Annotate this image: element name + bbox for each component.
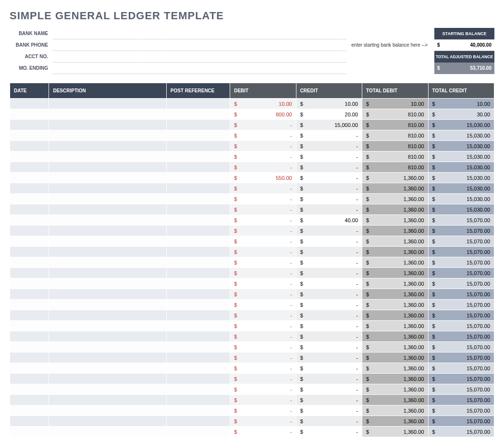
cell-date[interactable] [10, 204, 49, 215]
cell-description[interactable] [49, 321, 166, 331]
cell-debit[interactable]: $- [230, 278, 296, 289]
cell-debit[interactable]: $- [230, 427, 296, 437]
cell-description[interactable] [49, 204, 166, 215]
cell-date[interactable] [10, 226, 49, 236]
cell-credit[interactable]: $- [296, 268, 362, 278]
cell-description[interactable] [49, 289, 166, 300]
cell-post-reference[interactable] [166, 204, 230, 215]
cell-post-reference[interactable] [166, 405, 230, 416]
cell-post-reference[interactable] [166, 363, 230, 374]
cell-credit[interactable]: $- [296, 416, 362, 427]
cell-post-reference[interactable] [166, 130, 230, 141]
cell-post-reference[interactable] [166, 289, 230, 300]
cell-description[interactable] [49, 236, 166, 247]
cell-post-reference[interactable] [166, 353, 230, 363]
cell-post-reference[interactable] [166, 151, 230, 162]
cell-debit[interactable]: $- [230, 141, 296, 151]
cell-credit[interactable]: $- [296, 289, 362, 300]
cell-description[interactable] [49, 268, 166, 278]
cell-date[interactable] [10, 268, 49, 278]
cell-post-reference[interactable] [166, 257, 230, 268]
cell-description[interactable] [49, 151, 166, 162]
cell-date[interactable] [10, 374, 49, 384]
cell-date[interactable] [10, 384, 49, 395]
cell-post-reference[interactable] [166, 162, 230, 173]
cell-debit[interactable]: $- [230, 204, 296, 215]
cell-post-reference[interactable] [166, 310, 230, 321]
cell-debit[interactable]: $800.00 [230, 109, 296, 120]
cell-credit[interactable]: $10.00 [296, 99, 362, 109]
cell-description[interactable] [49, 427, 166, 437]
cell-debit[interactable]: $- [230, 321, 296, 331]
cell-description[interactable] [49, 247, 166, 257]
cell-description[interactable] [49, 278, 166, 289]
cell-date[interactable] [10, 321, 49, 331]
cell-debit[interactable]: $- [230, 130, 296, 141]
cell-debit[interactable]: $- [230, 342, 296, 353]
cell-description[interactable] [49, 109, 166, 120]
cell-description[interactable] [49, 300, 166, 310]
cell-post-reference[interactable] [166, 226, 230, 236]
cell-credit[interactable]: $- [296, 173, 362, 183]
cell-date[interactable] [10, 300, 49, 310]
cell-date[interactable] [10, 247, 49, 257]
cell-date[interactable] [10, 278, 49, 289]
cell-post-reference[interactable] [166, 247, 230, 257]
cell-debit[interactable]: $- [230, 331, 296, 342]
cell-debit[interactable]: $- [230, 374, 296, 384]
cell-credit[interactable]: $- [296, 151, 362, 162]
cell-date[interactable] [10, 289, 49, 300]
cell-debit[interactable]: $- [230, 300, 296, 310]
cell-description[interactable] [49, 162, 166, 173]
cell-credit[interactable]: $- [296, 405, 362, 416]
cell-description[interactable] [49, 215, 166, 226]
cell-debit[interactable]: $550.00 [230, 173, 296, 183]
cell-credit[interactable]: $- [296, 321, 362, 331]
cell-date[interactable] [10, 151, 49, 162]
cell-post-reference[interactable] [166, 427, 230, 437]
cell-post-reference[interactable] [166, 120, 230, 130]
cell-description[interactable] [49, 353, 166, 363]
cell-post-reference[interactable] [166, 215, 230, 226]
cell-description[interactable] [49, 405, 166, 416]
cell-debit[interactable]: $- [230, 151, 296, 162]
cell-description[interactable] [49, 120, 166, 130]
cell-credit[interactable]: $- [296, 395, 362, 405]
cell-credit[interactable]: $- [296, 300, 362, 310]
cell-credit[interactable]: $- [296, 331, 362, 342]
cell-credit[interactable]: $- [296, 310, 362, 321]
cell-post-reference[interactable] [166, 183, 230, 194]
cell-debit[interactable]: $- [230, 194, 296, 204]
cell-credit[interactable]: $- [296, 353, 362, 363]
cell-description[interactable] [49, 310, 166, 321]
cell-credit[interactable]: $- [296, 183, 362, 194]
cell-debit[interactable]: $- [230, 268, 296, 278]
cell-description[interactable] [49, 99, 166, 109]
cell-post-reference[interactable] [166, 278, 230, 289]
cell-debit[interactable]: $- [230, 289, 296, 300]
cell-credit[interactable]: $- [296, 257, 362, 268]
cell-description[interactable] [49, 374, 166, 384]
cell-post-reference[interactable] [166, 331, 230, 342]
bank-phone-input[interactable] [53, 39, 346, 51]
cell-post-reference[interactable] [166, 342, 230, 353]
cell-date[interactable] [10, 363, 49, 374]
cell-post-reference[interactable] [166, 173, 230, 183]
cell-credit[interactable]: $- [296, 204, 362, 215]
starting-balance-value[interactable]: $ 40,000.00 [434, 39, 494, 51]
cell-debit[interactable]: $- [230, 416, 296, 427]
cell-debit[interactable]: $- [230, 236, 296, 247]
cell-post-reference[interactable] [166, 300, 230, 310]
cell-post-reference[interactable] [166, 99, 230, 109]
cell-date[interactable] [10, 236, 49, 247]
cell-credit[interactable]: $- [296, 141, 362, 151]
cell-credit[interactable]: $- [296, 130, 362, 141]
cell-debit[interactable]: $- [230, 226, 296, 236]
cell-debit[interactable]: $10.00 [230, 99, 296, 109]
cell-credit[interactable]: $- [296, 194, 362, 204]
cell-description[interactable] [49, 384, 166, 395]
cell-post-reference[interactable] [166, 194, 230, 204]
cell-credit[interactable]: $40.00 [296, 215, 362, 226]
mo-ending-input[interactable] [53, 63, 346, 74]
cell-post-reference[interactable] [166, 374, 230, 384]
